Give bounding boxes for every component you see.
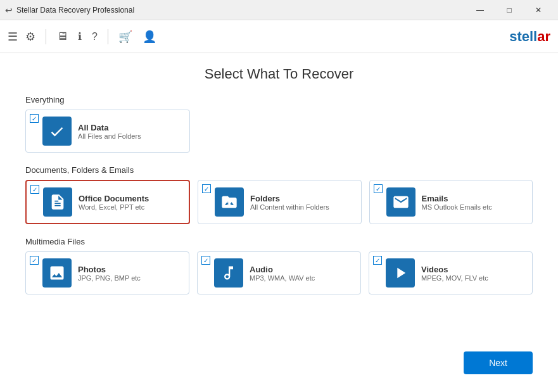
monitor-icon[interactable]: 🖥	[54, 27, 70, 46]
checkbox-videos[interactable]	[373, 256, 382, 265]
app-back-icon: ↩	[5, 5, 13, 15]
office-documents-icon-wrapper	[43, 187, 72, 217]
cart-icon[interactable]: 🛒	[116, 27, 135, 46]
folders-title: Folders	[250, 194, 329, 203]
checkbox-office-documents[interactable]	[30, 185, 39, 194]
audio-subtitle: MP3, WMA, WAV etc	[250, 274, 315, 282]
card-all-data[interactable]: All Data All Files and Folders	[25, 110, 190, 153]
hamburger-icon[interactable]: ☰	[8, 30, 18, 44]
email-icon	[392, 193, 410, 211]
titlebar-controls: — □ ✕	[466, 0, 553, 20]
toolbar: ☰ ⚙ 🖥 ℹ ? 🛒 👤 stellar	[0, 20, 558, 53]
audio-title: Audio	[250, 265, 315, 274]
everything-cards-row: All Data All Files and Folders	[25, 110, 533, 153]
checkbox-emails[interactable]	[374, 184, 383, 193]
minimize-button[interactable]: —	[466, 0, 495, 20]
documents-cards-row: Office Documents Word, Excel, PPT etc F	[25, 180, 533, 224]
account-icon[interactable]: 👤	[140, 27, 159, 46]
section-label-documents: Documents, Folders & Emails	[25, 165, 533, 175]
page-title: Select What To Recover	[25, 66, 533, 82]
section-everything: Everything All Data All Files and Folder…	[25, 95, 533, 153]
card-emails[interactable]: Emails MS Outlook Emails etc	[369, 180, 533, 224]
folder-icon	[220, 193, 238, 211]
svg-point-0	[53, 269, 56, 272]
main-content: Select What To Recover Everything All Da…	[0, 53, 558, 392]
photos-icon-wrapper	[42, 258, 72, 288]
photos-title: Photos	[78, 265, 141, 274]
audio-icon-wrapper	[214, 258, 243, 288]
separator-2	[108, 29, 108, 44]
card-folders[interactable]: Folders All Content within Folders	[198, 180, 362, 224]
checkmark-icon	[48, 122, 66, 140]
video-icon	[391, 264, 409, 282]
office-documents-subtitle: Word, Excel, PPT etc	[79, 203, 149, 211]
audio-text: Audio MP3, WMA, WAV etc	[250, 265, 315, 282]
next-button[interactable]: Next	[464, 351, 533, 374]
close-button[interactable]: ✕	[524, 0, 553, 20]
checkbox-photos[interactable]	[30, 256, 39, 265]
folders-subtitle: All Content within Folders	[250, 203, 329, 211]
audio-icon	[220, 264, 238, 282]
section-documents: Documents, Folders & Emails Office Docum…	[25, 165, 533, 224]
all-data-icon-wrapper	[42, 117, 72, 146]
videos-subtitle: MPEG, MOV, FLV etc	[421, 274, 488, 282]
multimedia-cards-row: Photos JPG, PNG, BMP etc Audio MP3, WMA,…	[25, 251, 533, 294]
office-documents-text: Office Documents Word, Excel, PPT etc	[79, 194, 149, 211]
folders-icon-wrapper	[215, 187, 244, 217]
logo: stellar	[509, 28, 550, 45]
all-data-text: All Data All Files and Folders	[78, 123, 141, 140]
card-audio[interactable]: Audio MP3, WMA, WAV etc	[197, 251, 361, 294]
help-icon[interactable]: ?	[89, 28, 100, 45]
card-videos[interactable]: Videos MPEG, MOV, FLV etc	[369, 251, 533, 294]
titlebar-title: Stellar Data Recovery Professional	[16, 6, 134, 15]
emails-title: Emails	[422, 194, 492, 203]
logo-text: stellar	[509, 28, 550, 45]
videos-text: Videos MPEG, MOV, FLV etc	[421, 265, 488, 282]
titlebar: ↩ Stellar Data Recovery Professional — □…	[0, 0, 558, 20]
office-documents-title: Office Documents	[79, 194, 149, 203]
photos-subtitle: JPG, PNG, BMP etc	[78, 274, 141, 282]
checkbox-folders[interactable]	[202, 184, 211, 193]
checkbox-all-data[interactable]	[30, 114, 39, 123]
separator-1	[46, 29, 46, 44]
maximize-button[interactable]: □	[495, 0, 524, 20]
section-multimedia: Multimedia Files Photos JPG, PNG, BMP et…	[25, 237, 533, 294]
section-label-multimedia: Multimedia Files	[25, 237, 533, 246]
emails-icon-wrapper	[386, 187, 415, 217]
card-photos[interactable]: Photos JPG, PNG, BMP etc	[25, 251, 189, 294]
titlebar-left: ↩ Stellar Data Recovery Professional	[5, 5, 134, 15]
all-data-subtitle: All Files and Folders	[78, 132, 141, 140]
emails-text: Emails MS Outlook Emails etc	[422, 194, 492, 211]
photos-text: Photos JPG, PNG, BMP etc	[78, 265, 141, 282]
card-office-documents[interactable]: Office Documents Word, Excel, PPT etc	[25, 180, 190, 224]
videos-icon-wrapper	[386, 258, 415, 288]
section-label-everything: Everything	[25, 95, 533, 104]
emails-subtitle: MS Outlook Emails etc	[422, 203, 492, 211]
photo-icon	[48, 264, 66, 282]
settings-icon[interactable]: ⚙	[23, 27, 38, 46]
videos-title: Videos	[421, 265, 488, 274]
document-icon	[49, 193, 67, 211]
checkbox-audio[interactable]	[201, 256, 210, 265]
folders-text: Folders All Content within Folders	[250, 194, 329, 211]
all-data-title: All Data	[78, 123, 141, 132]
info-icon[interactable]: ℹ	[75, 28, 84, 45]
